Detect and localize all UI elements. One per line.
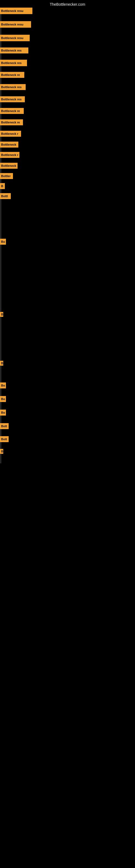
bar-item-19: B — [0, 361, 3, 366]
bar-item-4: Bottleneck res — [0, 60, 27, 66]
bar-item-21: Bo — [0, 396, 6, 402]
bar-item-13: Bottleneck — [0, 163, 17, 169]
bar-item-5: Bottleneck re — [0, 72, 24, 78]
bar-item-18: B — [0, 312, 3, 317]
bar-item-15: B — [0, 183, 5, 189]
bar-item-22: Bo — [0, 410, 6, 415]
bar-item-0: Bottleneck resu — [0, 8, 32, 14]
bar-item-7: Bottleneck res — [0, 96, 25, 102]
bar-item-12: Bottleneck r — [0, 152, 19, 158]
bar-item-14: Bottler — [0, 173, 13, 179]
bar-item-25: B — [0, 449, 3, 454]
bar-item-10: Bottleneck r — [0, 131, 21, 137]
bar-item-17: Bo — [0, 239, 6, 245]
bar-item-16: Bottl — [0, 193, 11, 199]
bar-item-23: Bott — [0, 423, 9, 429]
bar-item-8: Bottleneck re — [0, 108, 24, 114]
bar-item-2: Bottleneck resu — [0, 35, 30, 41]
bar-item-24: Bott — [0, 436, 9, 442]
bar-item-6: Bottleneck res — [0, 84, 26, 90]
bar-item-9: Bottleneck re — [0, 119, 23, 125]
bar-item-1: Bottleneck resu — [0, 21, 31, 28]
page-title: TheBottlenecker.com — [0, 2, 135, 6]
bar-item-20: Bo — [0, 382, 6, 389]
bar-item-3: Bottleneck res — [0, 48, 28, 54]
bar-item-11: Bottleneck — [0, 142, 18, 148]
